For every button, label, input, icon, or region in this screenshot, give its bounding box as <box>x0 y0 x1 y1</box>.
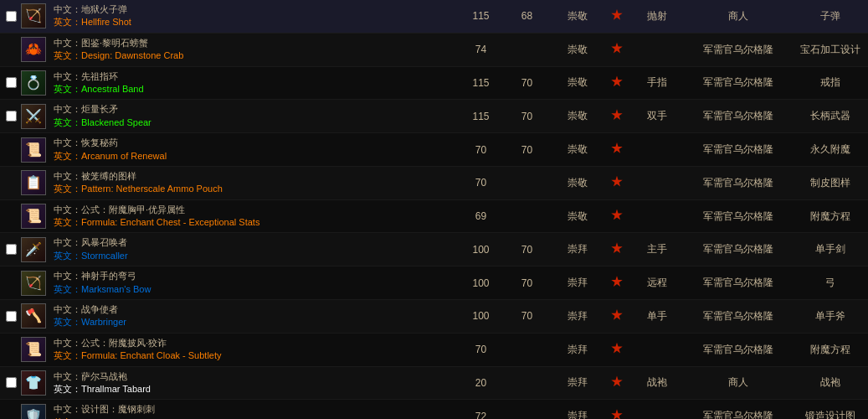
item-icon: 📜 <box>21 204 46 229</box>
item-name-en[interactable]: 英文：Formula: Enchant Chest - Exceptional … <box>54 216 453 229</box>
item-level: 70 <box>504 310 550 322</box>
item-source: 军需官乌尔格隆 <box>684 109 793 123</box>
item-source: 军需官乌尔格隆 <box>684 43 793 57</box>
item-table: 🏹中文：地狱火子弹英文：Hellfire Shot11568崇敬抛射商人子弹🦀中… <box>0 0 868 419</box>
item-name-en[interactable]: 英文：Hellfire Shot <box>54 16 453 28</box>
rep-label: 崇拜 <box>550 309 604 323</box>
req-level: 70 <box>458 344 504 355</box>
row-check-col <box>0 244 18 255</box>
item-level: 70 <box>504 144 550 156</box>
item-level: 68 <box>504 10 550 22</box>
row-name-col: 中文：公式：附魔披风·狡诈英文：Formula: Enchant Cloak -… <box>49 335 458 365</box>
item-type: 长柄武器 <box>793 109 868 123</box>
row-checkbox[interactable] <box>6 244 17 255</box>
req-level: 70 <box>458 144 504 156</box>
rep-star-icon <box>611 309 623 321</box>
table-row: 🦀中文：图鉴·黎明石螃蟹英文：Design: Dawnstone Crab74崇… <box>0 34 868 67</box>
rep-icon-col <box>604 176 629 190</box>
rep-star-icon <box>611 75 623 87</box>
item-icon: 🪓 <box>21 303 46 328</box>
item-source: 军需官乌尔格隆 <box>684 75 793 90</box>
rep-star-icon <box>611 375 623 387</box>
row-checkbox[interactable] <box>6 377 17 388</box>
item-type: 宝石加工设计 <box>793 43 868 57</box>
item-name-zh: 中文：公式：附魔胸甲·优异属性 <box>54 204 453 216</box>
item-slot: 主手 <box>629 242 684 256</box>
req-level: 72 <box>458 411 504 419</box>
rep-label: 崇敬 <box>550 210 604 224</box>
item-name-en[interactable]: 英文：Pattern: Netherscale Ammo Pouch <box>54 183 453 195</box>
item-name-zh: 中文：战争使者 <box>54 303 453 316</box>
rep-icon-col <box>604 276 629 290</box>
item-name-zh: 中文：被笼缚的图样 <box>54 170 453 183</box>
item-name-en[interactable]: 英文：Warbringer <box>54 316 453 328</box>
table-row: 📜中文：公式：附魔披风·狡诈英文：Formula: Enchant Cloak … <box>0 334 868 367</box>
item-name-en[interactable]: 英文：Thrallmar Tabard <box>54 383 453 396</box>
item-name-en[interactable]: 英文：Arcanum of Renewal <box>54 150 453 163</box>
row-name-col: 中文：战争使者英文：Warbringer <box>49 302 458 331</box>
item-icon: 🏹 <box>21 271 46 296</box>
row-name-col: 中文：风暴召唤者英文：Stormcaller <box>49 235 458 264</box>
row-name-col: 中文：恢复秘药英文：Arcanum of Renewal <box>49 135 458 164</box>
rep-icon-col <box>604 242 629 256</box>
item-level: 70 <box>504 77 550 89</box>
rep-icon-col <box>604 75 629 90</box>
item-level: 70 <box>504 111 550 122</box>
table-row: 🪓中文：战争使者英文：Warbringer10070崇拜单手军需官乌尔格隆单手斧 <box>0 300 868 334</box>
row-checkbox[interactable] <box>6 111 17 122</box>
row-icon-col: 📜 <box>18 337 49 362</box>
item-name-zh: 中文：公式：附魔披风·狡诈 <box>54 337 453 349</box>
item-source: 商人 <box>684 375 793 390</box>
item-source: 军需官乌尔格隆 <box>684 276 793 290</box>
item-source: 军需官乌尔格隆 <box>684 309 793 323</box>
row-name-col: 中文：被笼缚的图样英文：Pattern: Netherscale Ammo Po… <box>49 168 458 198</box>
row-checkbox[interactable] <box>6 311 17 322</box>
table-row: ⚔️中文：炬量长矛英文：Blackened Spear11570崇敬双手军需官乌… <box>0 100 868 133</box>
rep-icon-col <box>604 375 629 390</box>
table-row: 🛡️中文：设计图：魔钢刺刺英文：Plans: Felsteel Shield S… <box>0 400 868 419</box>
item-name-en[interactable]: 英文：Formula: Enchant Cloak - Subtlety <box>54 349 453 362</box>
row-icon-col: 🪓 <box>18 303 49 328</box>
rep-icon-col <box>604 9 629 23</box>
item-source: 军需官乌尔格隆 <box>684 176 793 190</box>
item-icon: 🛡️ <box>21 404 46 419</box>
rep-label: 崇敬 <box>550 9 604 23</box>
item-type: 单手剑 <box>793 242 868 256</box>
item-type: 附魔方程 <box>793 343 868 357</box>
rep-icon-col <box>604 309 629 323</box>
item-name-en[interactable]: 英文：Stormcaller <box>54 250 453 262</box>
item-slot: 手指 <box>629 75 684 90</box>
item-icon: 📋 <box>21 170 46 195</box>
req-level: 115 <box>458 111 504 122</box>
rep-star-icon <box>611 43 623 54</box>
row-name-col: 中文：神射手的弯弓英文：Marksman's Bow <box>49 268 458 297</box>
item-name-en[interactable]: 英文：Ancestral Band <box>54 83 453 96</box>
item-name-zh: 中文：设计图：魔钢刺刺 <box>54 403 453 416</box>
req-level: 20 <box>458 377 504 389</box>
rep-icon-col <box>604 343 629 357</box>
item-icon: 👕 <box>21 370 46 396</box>
table-row: 🏹中文：神射手的弯弓英文：Marksman's Bow10070崇拜远程军需官乌… <box>0 266 868 300</box>
item-slot: 远程 <box>629 276 684 290</box>
row-name-col: 中文：先祖指环英文：Ancestral Band <box>49 69 458 98</box>
rep-label: 崇敬 <box>550 109 604 123</box>
item-name-en[interactable]: 英文：Blackened Spear <box>54 116 453 129</box>
item-type: 永久附魔 <box>793 142 868 157</box>
item-slot: 单手 <box>629 309 684 323</box>
req-level: 100 <box>458 244 504 256</box>
item-source: 商人 <box>684 9 793 23</box>
item-name-zh: 中文：先祖指环 <box>54 70 453 83</box>
rep-star-icon <box>611 210 623 221</box>
rep-label: 崇敬 <box>550 43 604 57</box>
row-checkbox[interactable] <box>6 77 17 88</box>
item-name-en[interactable]: 英文：Design: Dawnstone Crab <box>54 49 453 62</box>
row-check-col <box>0 11 18 22</box>
rep-icon-col <box>604 109 629 123</box>
row-icon-col: 📋 <box>18 170 49 195</box>
row-icon-col: 👕 <box>18 370 49 396</box>
item-source: 军需官乌尔格隆 <box>684 242 793 256</box>
rep-label: 崇拜 <box>550 276 604 290</box>
item-name-en[interactable]: 英文：Marksman's Bow <box>54 283 453 296</box>
row-checkbox[interactable] <box>6 11 17 22</box>
rep-label: 崇拜 <box>550 375 604 390</box>
